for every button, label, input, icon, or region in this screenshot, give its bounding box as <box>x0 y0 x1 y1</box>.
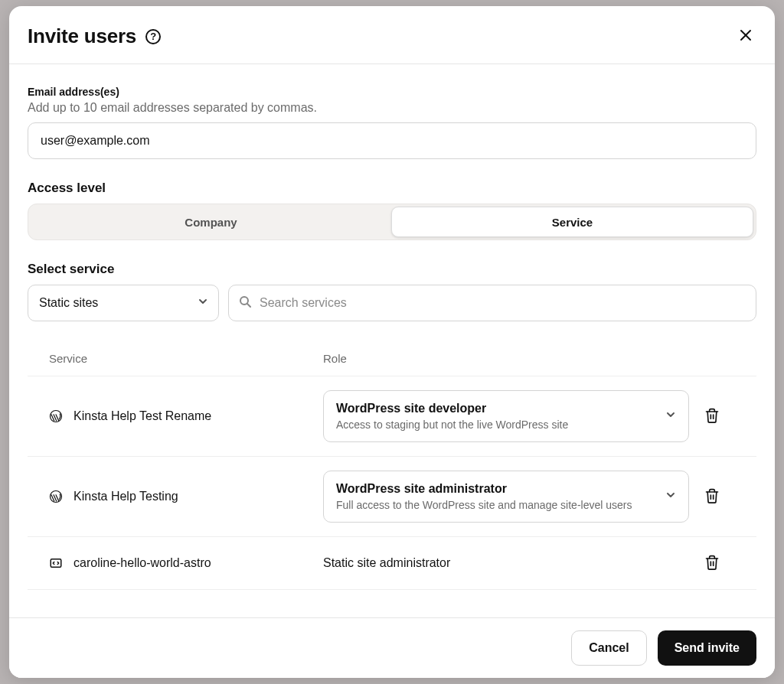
table-row: caroline-hello-world-astro Static site a… <box>28 537 756 590</box>
service-cell: Kinsta Help Test Rename <box>49 409 323 423</box>
svg-rect-6 <box>51 559 61 568</box>
access-level-label: Access level <box>28 181 756 196</box>
service-cell: caroline-hello-world-astro <box>49 556 323 570</box>
help-icon[interactable]: ? <box>145 29 161 44</box>
role-static: Static site administrator <box>323 556 689 570</box>
access-level-service[interactable]: Service <box>391 207 753 237</box>
close-button[interactable] <box>735 26 756 47</box>
role-select[interactable]: WordPress site administrator Full access… <box>323 471 689 523</box>
role-title: WordPress site administrator <box>336 482 655 496</box>
table-row: Kinsta Help Test Rename WordPress site d… <box>28 376 756 457</box>
trash-icon <box>704 488 720 506</box>
role-select[interactable]: WordPress site developer Access to stagi… <box>323 390 689 442</box>
email-description: Add up to 10 email addresses separated b… <box>28 101 756 115</box>
service-name: Kinsta Help Testing <box>74 490 178 503</box>
chevron-down-icon <box>665 409 676 423</box>
modal-header: Invite users ? <box>9 6 775 64</box>
static-site-icon <box>49 556 63 570</box>
email-input[interactable] <box>28 122 756 159</box>
modal-body: Email address(es) Add up to 10 email add… <box>9 64 775 617</box>
delete-row-button[interactable] <box>700 484 724 509</box>
select-service-label: Select service <box>28 262 756 277</box>
trash-icon <box>704 555 720 572</box>
service-table: Service Role Kinsta Help Test Rename Wor… <box>28 343 756 590</box>
service-type-value[interactable]: Static sites <box>28 285 219 321</box>
service-cell: Kinsta Help Testing <box>49 490 323 503</box>
search-services-input[interactable] <box>228 285 756 321</box>
email-label: Email address(es) <box>28 86 756 98</box>
wordpress-icon <box>49 490 63 503</box>
close-icon <box>740 28 752 45</box>
access-level-company[interactable]: Company <box>31 207 391 237</box>
chevron-down-icon <box>665 490 676 503</box>
role-title: WordPress site developer <box>336 402 655 415</box>
role-description: Full access to the WordPress site and ma… <box>336 499 655 511</box>
service-type-select[interactable]: Static sites <box>28 285 219 321</box>
modal-footer: Cancel Send invite <box>9 617 775 678</box>
delete-row-button[interactable] <box>700 404 724 428</box>
header-service: Service <box>49 352 323 365</box>
modal-title: Invite users <box>28 24 136 48</box>
access-level-toggle: Company Service <box>28 204 756 240</box>
role-description: Access to staging but not the live WordP… <box>336 419 655 431</box>
trash-icon <box>704 408 720 425</box>
cancel-button[interactable]: Cancel <box>571 630 646 666</box>
delete-row-button[interactable] <box>700 551 724 575</box>
select-service-group: Select service Static sites <box>28 262 756 321</box>
email-field-group: Email address(es) Add up to 10 email add… <box>28 86 756 159</box>
header-role: Role <box>323 352 689 365</box>
table-row: Kinsta Help Testing WordPress site admin… <box>28 457 756 537</box>
send-invite-button[interactable]: Send invite <box>658 630 756 666</box>
wordpress-icon <box>49 409 63 423</box>
access-level-group: Access level Company Service <box>28 181 756 240</box>
service-name: Kinsta Help Test Rename <box>74 409 211 423</box>
service-name: caroline-hello-world-astro <box>74 556 211 570</box>
table-header: Service Role <box>28 343 756 376</box>
invite-users-modal: Invite users ? Email address(es) Add up … <box>9 6 775 678</box>
